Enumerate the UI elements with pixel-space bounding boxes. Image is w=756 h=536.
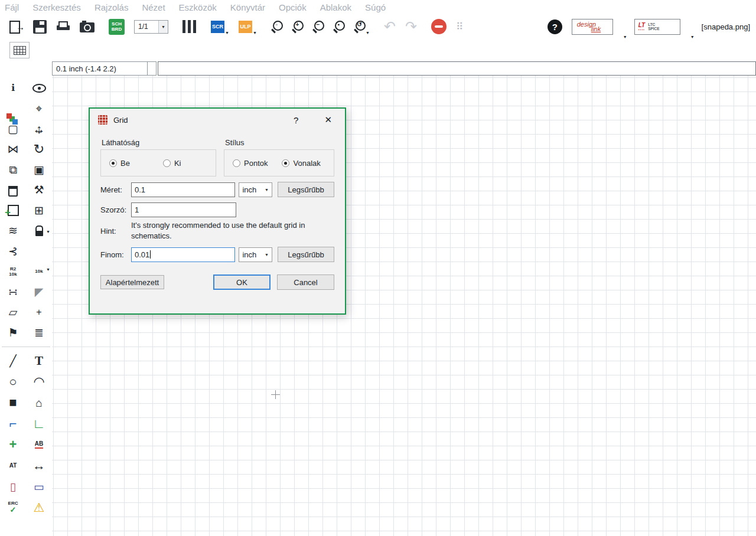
zoom-dropdown-icon[interactable]: ▼ — [366, 31, 370, 35]
move-icon[interactable] — [26, 123, 52, 135]
lock-icon[interactable]: ▼ — [26, 225, 52, 236]
show-icon[interactable] — [26, 84, 52, 93]
mirror-icon[interactable]: ⋈ — [0, 143, 26, 155]
open-icon[interactable] — [8, 19, 24, 34]
multiple-input[interactable]: 1 — [131, 202, 236, 217]
menu-library[interactable]: Könyvtár — [230, 2, 265, 12]
menu-options[interactable]: Opciók — [279, 2, 307, 12]
ltc-dropdown-icon[interactable]: ▼ — [690, 35, 695, 39]
zoom-redraw-button[interactable]: ↺ ▼ — [354, 18, 370, 35]
invoke-icon[interactable]: ⊞ — [26, 205, 52, 216]
menu-edit[interactable]: Szerkesztés — [32, 2, 81, 12]
export-image-icon[interactable] — [80, 22, 94, 32]
net-class-icon[interactable]: ≋ — [0, 225, 26, 236]
miter-icon[interactable]: ◤ — [26, 286, 52, 298]
label-icon[interactable]: AB — [26, 441, 52, 449]
smash-icon[interactable]: ∺ — [0, 286, 26, 298]
label-flag-icon[interactable]: ⚑ — [0, 327, 26, 338]
text-icon[interactable]: T — [26, 355, 52, 367]
add-part-icon[interactable] — [0, 205, 26, 216]
cancel-button[interactable]: Cancel — [277, 274, 334, 290]
print-icon[interactable] — [56, 20, 70, 33]
run-script-button[interactable]: SCR ▼ — [211, 18, 229, 35]
radio-visibility-off[interactable]: Ki — [163, 159, 181, 168]
ltc-spice-button[interactable]: LT ▪▪▪▪ LTC SPICE — [634, 19, 680, 35]
net-icon[interactable]: ∟ — [26, 417, 52, 430]
junction-icon[interactable]: + — [0, 438, 26, 451]
split-icon[interactable]: ▱ — [0, 306, 26, 318]
alt-unit-select[interactable]: inch ▼ — [239, 247, 272, 262]
radio-style-dots[interactable]: Pontok — [233, 159, 268, 168]
group-select-icon[interactable]: ▢ — [0, 123, 26, 135]
command-input[interactable] — [158, 61, 756, 76]
ulp-dropdown-icon[interactable]: ▼ — [253, 31, 257, 35]
menu-file[interactable]: Fájl — [5, 2, 19, 12]
menu-tools[interactable]: Eszközök — [179, 2, 217, 12]
ok-button[interactable]: OK — [213, 274, 271, 290]
menu-windows[interactable]: Ablakok — [320, 2, 351, 12]
gateswap-icon[interactable]: ⊰ — [0, 246, 26, 257]
optimize-icon[interactable]: + — [26, 308, 52, 317]
info-icon[interactable]: ℹ — [0, 83, 26, 93]
design-link-dropdown-icon[interactable]: ▼ — [623, 35, 627, 39]
change-wrench-icon[interactable]: ⚒ — [26, 184, 52, 195]
radio-label-dots: Pontok — [244, 159, 268, 168]
size-unit-select[interactable]: inch ▼ — [239, 182, 272, 197]
default-button[interactable]: Alapértelmezett — [100, 275, 164, 289]
save-icon[interactable] — [33, 20, 47, 34]
circle-icon[interactable]: ○ — [0, 375, 26, 388]
grid-dialog-titlebar[interactable]: Grid ? ✕ — [90, 109, 345, 131]
delete-icon[interactable] — [0, 183, 26, 197]
port-icon[interactable]: ▯ — [0, 481, 26, 492]
dialog-close-button[interactable]: ✕ — [324, 115, 332, 125]
layers-icon[interactable] — [183, 20, 197, 33]
scr-dropdown-icon[interactable]: ▼ — [225, 31, 229, 35]
toolbar-overflow-icon[interactable]: ⠿ — [456, 18, 463, 35]
zoom-fit-glyph: ▫ — [273, 21, 281, 28]
alt-input[interactable]: 0.01 — [131, 247, 235, 262]
run-ulp-button[interactable]: ULP ▼ — [239, 18, 257, 35]
design-link-button[interactable]: design link — [572, 19, 613, 35]
help-icon[interactable]: ? — [548, 19, 562, 34]
arc-icon[interactable]: ◠ — [26, 375, 52, 388]
zoom-in-icon[interactable]: + — [292, 21, 303, 32]
dialog-help-button[interactable]: ? — [294, 115, 298, 125]
sheet-dropdown-icon[interactable]: ▼ — [158, 21, 168, 33]
errors-warning-icon[interactable]: ⚠ — [26, 501, 52, 514]
redo-icon[interactable]: ↷ — [405, 18, 417, 35]
size-finest-button[interactable]: Legsűrűbb — [278, 182, 334, 197]
wire-icon[interactable]: ╱ — [0, 355, 26, 367]
grid-settings-button[interactable] — [9, 42, 30, 58]
size-unit-dropdown-icon: ▼ — [265, 188, 269, 192]
erc-icon[interactable]: ERC ✓ — [0, 501, 26, 514]
rotate-icon[interactable]: ↻ — [26, 143, 52, 156]
polygon-icon[interactable]: ⌂ — [26, 397, 52, 408]
radio-visibility-on[interactable]: Be — [109, 159, 130, 168]
menu-view[interactable]: Nézet — [142, 2, 165, 12]
multiple-value: 1 — [135, 205, 139, 214]
dimension-icon[interactable]: ↔ — [26, 459, 52, 472]
alt-finest-button[interactable]: Legsűrűbb — [278, 247, 334, 262]
switch-sch-brd-button[interactable]: SCH BRD — [109, 19, 125, 35]
attribute-icon[interactable]: AT — [0, 463, 26, 469]
sheet-selector[interactable]: 1/1 ▼ — [134, 20, 168, 34]
size-input[interactable]: 0.1 — [131, 182, 235, 197]
dialog-title: Grid — [113, 116, 128, 125]
frame-icon[interactable]: ▭ — [26, 481, 52, 492]
mark-icon[interactable]: ⌖ — [26, 103, 52, 114]
paste-icon[interactable]: ▣ — [26, 164, 52, 175]
undo-icon[interactable]: ↶ — [384, 18, 396, 35]
menu-help[interactable]: Súgó — [365, 2, 386, 12]
attribute-list-icon[interactable]: ≣ — [26, 327, 52, 338]
menu-draw[interactable]: Rajzolás — [94, 2, 129, 12]
value-tool-icon[interactable]: 10k ▼ — [26, 269, 52, 274]
bus-icon[interactable]: ⌐ — [0, 417, 26, 430]
rect-icon[interactable]: ■ — [0, 396, 26, 409]
stop-icon[interactable] — [431, 19, 447, 34]
zoom-out-icon[interactable]: − — [312, 21, 324, 32]
zoom-select-icon[interactable]: ▪ — [333, 21, 344, 32]
zoom-fit-icon[interactable]: ▫ — [271, 21, 282, 32]
radio-style-lines[interactable]: Vonalak — [282, 159, 320, 168]
name-tool-icon[interactable]: R2 10k — [0, 266, 26, 277]
copy-icon[interactable]: ⧉ — [0, 164, 26, 175]
